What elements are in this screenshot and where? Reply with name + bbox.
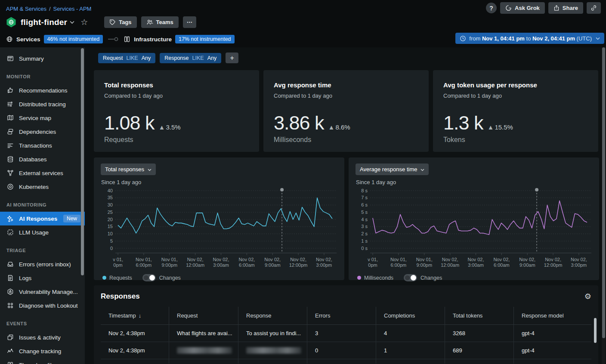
column-header-request[interactable]: Request [169, 307, 238, 325]
sidebar-item-label: Dependencies [19, 129, 56, 135]
table-settings-gear-icon[interactable]: ⚙ [584, 293, 591, 300]
filter-pill-response[interactable]: ResponseLIKEAny [160, 53, 221, 63]
sidebar-item-distributed-tracing[interactable]: Distributed tracing [0, 97, 85, 111]
share-button[interactable]: Share [548, 2, 583, 14]
chart-metric-dropdown[interactable]: Average response time [356, 163, 429, 175]
time-range-picker[interactable]: from Nov 1, 04:41 pm to Nov 2, 04:41 pm … [455, 33, 604, 44]
table-body: Nov 2, 4:38pmWhat flights are avai...To … [101, 325, 591, 364]
svg-text:Nov 02,12:00am: Nov 02,12:00am [441, 257, 459, 268]
stat-card-value: 3.86 k [274, 112, 324, 134]
sidebar-item-diagnose-with-lookout[interactable]: Diagnose with Lookout [0, 299, 85, 312]
table-row-partial[interactable] [101, 359, 591, 364]
changes-toggle[interactable] [404, 274, 417, 281]
column-header-total-tokens[interactable]: Total tokens [445, 307, 514, 325]
page-title: flight-finder [21, 18, 67, 27]
infrastructure-instrumentation-badge[interactable]: 17% not instrumented [175, 35, 235, 43]
sidebar-item-llm-usage[interactable]: LLM Usage [0, 225, 85, 239]
charts-row: Total responsesSince 1 day ago0510152025… [94, 157, 598, 280]
sidebar-nav: SummaryMONITORRecommendationsDistributed… [0, 47, 85, 364]
svg-text:Nov 02,9:00am: Nov 02,9:00am [519, 257, 535, 268]
sidebar-item-service-map[interactable]: Service map [0, 111, 85, 125]
table-cell: 3 [307, 325, 376, 342]
add-filter-button[interactable]: + [226, 52, 238, 63]
service-map-icon [6, 114, 14, 122]
stat-card-unit: Tokens [443, 136, 588, 144]
ask-grok-button[interactable]: Ask Grok [500, 2, 545, 14]
svg-text:Nov 02,12:00pm: Nov 02,12:00pm [289, 257, 308, 268]
table-scrollbar[interactable] [594, 318, 597, 343]
sidebar-scrollbar[interactable] [81, 48, 84, 275]
chart-metric-dropdown[interactable]: Total responses [101, 163, 156, 175]
legend-item[interactable]: Milliseconds [357, 275, 393, 281]
svg-text:0 s: 0 s [361, 246, 368, 251]
breadcrumb-services-apm[interactable]: Services - APM [53, 6, 92, 12]
breadcrumb-apm-services[interactable]: APM & Services [6, 6, 46, 12]
column-header-response-model[interactable]: Response model [514, 307, 591, 325]
share-icon [553, 5, 560, 11]
changes-toggle[interactable] [142, 274, 156, 281]
svg-text:25: 25 [108, 210, 113, 215]
svg-text:1 s: 1 s [361, 238, 368, 244]
sidebar-item-issues-activity[interactable]: Issues & activity [0, 330, 85, 344]
svg-text:30: 30 [108, 202, 113, 207]
help-button[interactable]: ? [486, 3, 497, 13]
sidebar-item-ai-responses[interactable]: AI ResponsesNew [0, 212, 85, 225]
table-row[interactable]: Nov 2, 4:38pmWhat flights are avai...To … [101, 325, 591, 342]
table-cell: To assist you in findi... [238, 325, 307, 342]
sidebar-item-label: Errors (errors inbox) [19, 261, 71, 268]
breadcrumb-separator: / [49, 6, 51, 12]
more-actions-button[interactable]: ⋯ [183, 16, 196, 28]
sidebar-item-summary[interactable]: Summary [0, 52, 85, 65]
services-instrumentation-badge[interactable]: 46% not instrumented [44, 35, 103, 43]
sidebar-item-errors-errors-inbox[interactable]: Errors (errors inbox) [0, 257, 85, 271]
stat-card-unit: Requests [104, 136, 249, 144]
llm-usage-icon [6, 229, 14, 236]
databases-icon [6, 156, 14, 163]
sidebar-item-logs[interactable]: Logs [0, 271, 85, 285]
legend-item[interactable]: Requests [102, 275, 132, 281]
ai-responses-icon [6, 215, 14, 222]
sidebar-item-recommendations[interactable]: Recommendations [0, 83, 85, 97]
toggle-knob [411, 275, 416, 281]
chevron-down-icon [420, 166, 424, 173]
svg-text:Nov 01,6:00pm: Nov 01,6:00pm [390, 257, 407, 268]
clock-icon [460, 35, 466, 42]
cell-text: 689 [453, 347, 462, 354]
chart-series-line [373, 201, 587, 235]
column-header-errors[interactable]: Errors [307, 307, 376, 325]
sidebar-item-transactions[interactable]: Transactions [0, 139, 85, 152]
table-row[interactable]: Nov 2, 4:38pm01689gpt-4 [101, 342, 591, 359]
favorite-star-icon[interactable]: ☆ [80, 17, 88, 27]
sidebar-item-kubernetes[interactable]: Kubernetes [0, 180, 85, 194]
line-chart: 0 s1 s2 s3 s4 s5 s6 s7 s8 sv 01,0pmNov 0… [356, 186, 592, 271]
sidebar-item-change-tracking[interactable]: Change tracking [0, 344, 85, 358]
svg-text:5: 5 [110, 238, 113, 244]
cell-text: 3268 [453, 330, 465, 336]
stat-card-value-row: 1.08 k▲3.5% [104, 112, 249, 134]
svg-text:Nov 02,6:00am: Nov 02,6:00am [493, 257, 510, 268]
permalink-button[interactable] [587, 2, 601, 14]
column-header-response[interactable]: Response [238, 307, 307, 325]
chart-series-line [118, 198, 332, 233]
sidebar-item-external-services[interactable]: External services [0, 166, 85, 180]
table-cell [445, 359, 514, 364]
table-cell: 689 [445, 342, 514, 359]
sidebar-item-databases[interactable]: Databases [0, 152, 85, 166]
chart-legend: MillisecondsChanges [356, 274, 592, 281]
main-scrollbar[interactable] [602, 47, 606, 364]
teams-button[interactable]: Teams [141, 16, 179, 28]
sidebar-item-dependencies[interactable]: Dependencies [0, 125, 85, 139]
title-chevron-down-icon[interactable] [70, 21, 74, 24]
sidebar-item-vulnerability-manage[interactable]: Vulnerability Manage... [0, 285, 85, 299]
sidebar-item-label: Thread profiler [19, 362, 57, 364]
tag-icon [109, 19, 116, 25]
column-header-label: Request [177, 312, 198, 319]
column-header-completions[interactable]: Completions [376, 307, 445, 325]
time-marker-dot [535, 188, 538, 191]
sidebar-item-label: Issues & activity [19, 334, 61, 341]
tags-button[interactable]: Tags [104, 16, 136, 28]
sidebar-item-thread-profiler[interactable]: Thread profiler [0, 358, 85, 364]
filter-value: Any [207, 55, 217, 61]
column-header-timestamp[interactable]: Timestamp↓ [101, 307, 169, 325]
filter-pill-request[interactable]: RequestLIKEAny [98, 53, 155, 63]
